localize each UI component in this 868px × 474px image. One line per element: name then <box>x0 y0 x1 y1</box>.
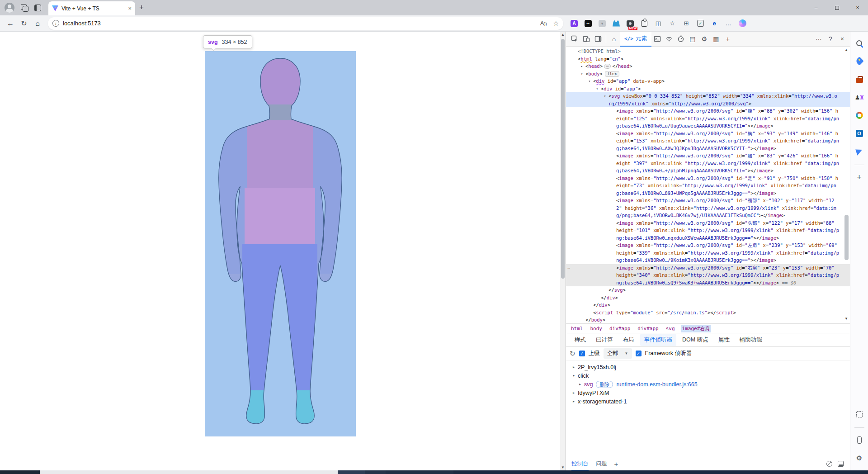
dock-side-icon[interactable] <box>592 33 604 45</box>
code-scroll-up-icon[interactable]: ▲ <box>844 47 849 53</box>
dom-tree-row[interactable]: <html lang="cn"> <box>566 55 850 63</box>
device-emulation-icon[interactable] <box>580 33 592 45</box>
breadcrumb-item[interactable]: svg <box>665 325 676 332</box>
site-info-icon[interactable]: i <box>52 20 59 27</box>
dom-tree-row[interactable]: <!DOCTYPE html> <box>566 47 850 55</box>
dom-tree-row[interactable]: ⋯<image xmlns="http://www.w3.org/2000/sv… <box>566 264 850 287</box>
search-icon[interactable] <box>854 37 865 49</box>
split-screen-icon[interactable]: ◫ <box>654 19 663 28</box>
code-scroll-down-icon[interactable]: ▼ <box>844 316 849 322</box>
refresh-listeners-icon[interactable]: ↻ <box>570 350 576 358</box>
body-region-腹[interactable] <box>245 188 315 244</box>
welcome-home-icon[interactable]: ⌂ <box>608 33 620 45</box>
breadcrumb-item[interactable]: div#app <box>636 325 660 332</box>
translate-extension-icon[interactable]: A <box>570 19 579 28</box>
phone-link-icon[interactable] <box>854 434 865 446</box>
panel-tab-事件侦听器[interactable]: 事件侦听器 <box>640 334 677 346</box>
dom-tree-row[interactable]: <image xmlns="http://www.w3.org/2000/svg… <box>566 219 850 242</box>
devtools-close-icon[interactable]: × <box>836 33 848 45</box>
dom-tree-row[interactable]: </div> <box>566 301 850 309</box>
body-region-头部[interactable] <box>260 59 300 104</box>
devtools-more-icon[interactable]: ⋯ <box>813 33 825 45</box>
read-aloud-icon[interactable]: A)) <box>540 20 547 27</box>
breadcrumb-item[interactable]: div#app <box>608 325 632 332</box>
settings-gear-icon[interactable]: ⚙ <box>698 33 710 45</box>
dock-drawer-icon[interactable] <box>838 461 844 467</box>
listener-row[interactable]: ▸2P_lrvy15sh.0lj <box>566 363 850 371</box>
dom-tree-row[interactable]: <script type="module" src="/src/main.ts"… <box>566 309 850 317</box>
devtools-help-icon[interactable]: ? <box>825 33 836 45</box>
scroll-down-icon[interactable]: ▼ <box>560 465 566 470</box>
games-icon[interactable]: ♟♜ <box>854 91 865 103</box>
shopping-tag-icon[interactable] <box>854 55 865 67</box>
drawer-add-icon[interactable]: + <box>614 460 618 468</box>
remove-listener-button[interactable]: 删除 <box>596 381 613 388</box>
expand-arrow-icon[interactable]: ▸ <box>578 382 582 386</box>
breadcrumb-item[interactable]: html <box>570 325 585 332</box>
expand-arrow-icon[interactable]: ▾ <box>587 78 592 85</box>
page-scrollbar[interactable]: ▲ ▼ <box>560 32 566 470</box>
performance-icon[interactable] <box>675 33 687 45</box>
sidebar-add-icon[interactable]: + <box>854 171 865 183</box>
m365-icon[interactable] <box>854 109 865 121</box>
dom-tree-row[interactable]: ▾<div id="app" data-v-app> <box>566 77 850 85</box>
copilot-icon[interactable] <box>738 19 747 28</box>
page-scrollbar-thumb[interactable] <box>561 39 565 279</box>
tab-issues[interactable]: 问题 <box>596 457 607 471</box>
listener-row[interactable]: ▾click <box>566 371 850 380</box>
toolbox-icon[interactable] <box>854 73 865 85</box>
panel-tab-辅助功能[interactable]: 辅助功能 <box>736 334 766 346</box>
url-text[interactable]: localhost:5173 <box>63 20 101 27</box>
browser-essentials-icon[interactable]: e <box>710 19 719 28</box>
row-menu-icon[interactable]: ⋯ <box>567 264 570 272</box>
source-link[interactable]: runtime-dom.esm-bundler.js:665 <box>616 381 697 388</box>
outlook-icon[interactable]: O <box>854 128 865 139</box>
more-tools-plus-icon[interactable]: + <box>722 33 734 45</box>
expand-arrow-icon[interactable]: ▾ <box>602 93 608 100</box>
dom-tree-row[interactable]: <image xmlns="http://www.w3.org/2000/svg… <box>566 107 850 130</box>
back-button[interactable]: ← <box>4 17 17 30</box>
drop-icon[interactable] <box>854 146 865 157</box>
listener-row[interactable]: ▸svg删除runtime-dom.esm-bundler.js:665 <box>566 380 850 389</box>
code-scrollbar-thumb[interactable] <box>844 215 849 260</box>
favorite-star-icon[interactable]: ☆ <box>553 20 559 27</box>
browser-tab[interactable]: Vite + Vue + TS × <box>48 1 135 15</box>
expand-arrow-icon[interactable]: ▸ <box>571 365 576 369</box>
framework-checkbox[interactable]: ✓ <box>636 351 642 356</box>
scroll-up-icon[interactable]: ▲ <box>560 32 566 38</box>
panel-tab-已计算[interactable]: 已计算 <box>592 334 617 346</box>
console-peek-icon[interactable] <box>651 33 663 45</box>
ancestors-checkbox[interactable]: ✓ <box>579 351 585 356</box>
body-figure-svg[interactable] <box>205 51 356 436</box>
address-bar[interactable]: i localhost:5173 A)) ☆ <box>48 17 563 30</box>
dom-tree-row[interactable]: <image xmlns="http://www.w3.org/2000/svg… <box>566 152 850 175</box>
maximize-button[interactable] <box>826 0 847 15</box>
expand-arrow-icon[interactable]: ▾ <box>579 71 585 78</box>
shopping-icon[interactable]: ✓ <box>696 19 705 28</box>
panel-tab-样式[interactable]: 样式 <box>571 334 590 346</box>
expand-arrow-icon[interactable]: ▾ <box>594 85 600 93</box>
panel-tab-DOM 断点[interactable]: DOM 断点 <box>678 334 712 346</box>
application-icon[interactable]: ▦ <box>710 33 722 45</box>
dom-tree-row[interactable]: </div> <box>566 294 850 302</box>
elements-tree[interactable]: <!DOCTYPE html><html lang="cn">▸<head>⋯<… <box>566 47 850 323</box>
collapsed-content-icon[interactable]: ⋯ <box>604 64 611 69</box>
expand-arrow-icon[interactable]: ▸ <box>571 391 576 395</box>
dark-extension-icon[interactable]: •• <box>584 19 593 28</box>
tab-elements[interactable]: </> 元素 <box>620 32 651 47</box>
listener-row[interactable]: ▸fdywyPTXiM <box>566 389 850 397</box>
minimize-button[interactable]: – <box>806 0 826 15</box>
clear-console-icon[interactable] <box>826 461 832 467</box>
dom-tree-row[interactable]: ▾<svg viewBox="0 0 334 852" height="852"… <box>566 92 850 107</box>
sidebar-settings-gear-icon[interactable]: ⚙ <box>854 452 865 464</box>
panel-tab-布局[interactable]: 布局 <box>619 334 638 346</box>
workspaces-icon[interactable] <box>21 4 28 11</box>
camera-extension-icon[interactable]: NEW <box>626 19 635 28</box>
extensions-puzzle-icon[interactable] <box>640 19 649 28</box>
dom-tree-row[interactable]: <image xmlns="http://www.w3.org/2000/svg… <box>566 130 850 152</box>
dom-tree-row[interactable]: <image xmlns="http://www.w3.org/2000/svg… <box>566 175 850 197</box>
listener-row[interactable]: ▸x-storagemutated-1 <box>566 397 850 406</box>
expand-arrow-icon[interactable]: ▸ <box>579 63 585 71</box>
refresh-button[interactable]: ↻ <box>17 17 31 30</box>
screenshot-icon[interactable] <box>854 408 865 420</box>
